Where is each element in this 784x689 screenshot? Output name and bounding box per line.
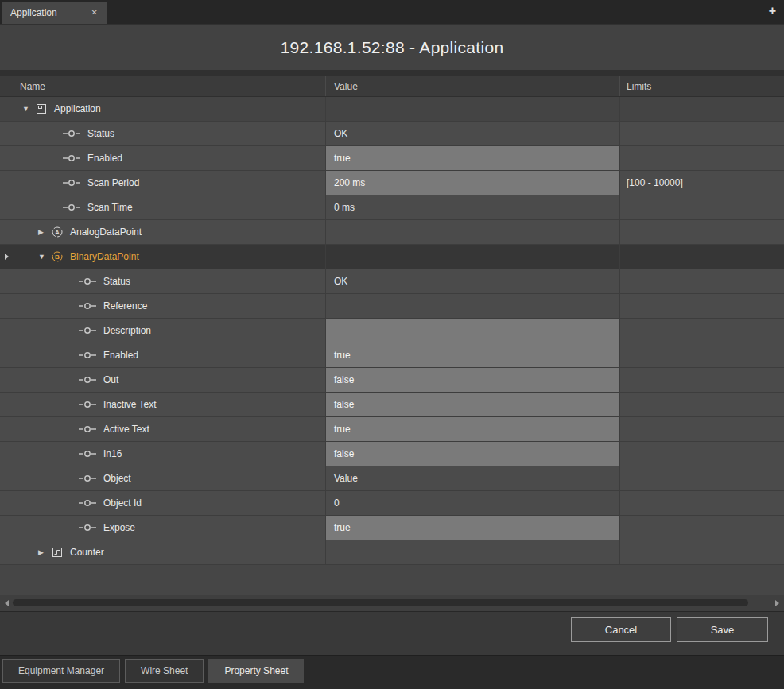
table-row[interactable]: ▶ A AnalogDataPoint bbox=[0, 220, 784, 245]
table-row[interactable]: Scan Period 200 ms [100 - 10000] bbox=[0, 171, 784, 195]
page-title: 192.168.1.52:88 - Application bbox=[281, 38, 504, 57]
row-value-cell[interactable]: true bbox=[326, 146, 620, 170]
row-value-cell[interactable] bbox=[326, 319, 620, 343]
add-tab-icon[interactable]: + bbox=[769, 5, 776, 17]
row-value-cell[interactable]: false bbox=[326, 393, 620, 416]
row-name-cell[interactable]: Object bbox=[14, 466, 326, 490]
table-row[interactable]: Out false bbox=[0, 368, 784, 393]
row-name-cell[interactable]: ▶ A AnalogDataPoint bbox=[14, 220, 326, 244]
row-name-cell[interactable]: Scan Time bbox=[14, 195, 326, 219]
table-row[interactable]: ▶ Counter bbox=[0, 540, 784, 565]
tab-application[interactable]: Application ✕ bbox=[2, 2, 107, 24]
table-row[interactable]: Status OK bbox=[0, 269, 784, 294]
row-name-cell[interactable]: Inactive Text bbox=[14, 393, 326, 416]
row-selector-gutter bbox=[0, 146, 14, 170]
application-icon bbox=[35, 103, 48, 115]
row-name-cell[interactable]: Enabled bbox=[14, 146, 326, 170]
table-row[interactable]: Inactive Text false bbox=[0, 393, 784, 417]
row-name-cell[interactable]: Reference bbox=[14, 294, 326, 318]
row-name-cell[interactable]: ▼ B BinaryDataPoint bbox=[14, 245, 326, 269]
row-value-cell[interactable]: OK bbox=[326, 269, 620, 293]
row-value-cell[interactable] bbox=[326, 540, 620, 564]
row-value-text: false bbox=[334, 448, 354, 459]
table-row[interactable]: Scan Time 0 ms bbox=[0, 195, 784, 220]
row-limits-cell bbox=[620, 146, 784, 170]
row-value-cell[interactable]: 200 ms bbox=[326, 171, 620, 195]
row-name-label: Object Id bbox=[103, 497, 142, 509]
table-row[interactable]: Enabled true bbox=[0, 343, 784, 368]
save-button[interactable]: Save bbox=[677, 617, 768, 642]
table-row[interactable]: Description bbox=[0, 319, 784, 343]
row-name-cell[interactable]: ▼ Application bbox=[14, 97, 326, 121]
row-value-cell[interactable]: Value bbox=[326, 466, 620, 490]
row-value-cell[interactable] bbox=[326, 220, 620, 244]
row-value-cell[interactable]: true bbox=[326, 343, 620, 367]
table-row[interactable]: ▼ B BinaryDataPoint bbox=[0, 245, 784, 269]
scroll-right-arrow-icon[interactable] bbox=[775, 600, 779, 606]
close-icon[interactable]: ✕ bbox=[91, 9, 98, 17]
horizontal-scrollbar[interactable] bbox=[0, 595, 784, 611]
row-value-cell[interactable]: true bbox=[326, 417, 620, 441]
row-selector-gutter bbox=[0, 245, 14, 269]
tab-property-sheet[interactable]: Property Sheet bbox=[208, 659, 304, 683]
header-gutter-cell bbox=[0, 76, 14, 96]
tab-wire-sheet[interactable]: Wire Sheet bbox=[125, 659, 204, 683]
expand-arrow-icon[interactable]: ▶ bbox=[38, 548, 51, 556]
table-row[interactable]: Object Value bbox=[0, 466, 784, 491]
row-name-cell[interactable]: Status bbox=[14, 269, 326, 293]
row-limits-cell bbox=[620, 368, 784, 392]
row-selector-gutter bbox=[0, 368, 14, 392]
table-row[interactable]: ▼ Application bbox=[0, 97, 784, 122]
row-name-cell[interactable]: Active Text bbox=[14, 417, 326, 441]
row-value-text: true bbox=[334, 424, 351, 435]
row-name-cell[interactable]: Status bbox=[14, 122, 326, 145]
table-row[interactable]: Object Id 0 bbox=[0, 491, 784, 516]
table-row[interactable]: Status OK bbox=[0, 122, 784, 146]
table-row[interactable]: Reference bbox=[0, 294, 784, 319]
property-pin-icon bbox=[62, 201, 81, 214]
row-value-cell[interactable] bbox=[326, 97, 620, 121]
expand-arrow-icon[interactable]: ▶ bbox=[38, 228, 51, 236]
analog-point-icon: A bbox=[51, 226, 64, 238]
row-name-cell[interactable]: Scan Period bbox=[14, 171, 326, 195]
row-name-cell[interactable]: Description bbox=[14, 319, 326, 343]
expand-arrow-icon[interactable]: ▼ bbox=[22, 105, 35, 113]
table-row[interactable]: Active Text true bbox=[0, 417, 784, 442]
row-value-cell[interactable]: 0 bbox=[326, 491, 620, 515]
row-limits-cell bbox=[620, 417, 784, 441]
row-value-cell[interactable] bbox=[326, 294, 620, 318]
grid-empty-area bbox=[0, 565, 784, 595]
row-name-cell[interactable]: In16 bbox=[14, 442, 326, 466]
row-name-cell[interactable]: Object Id bbox=[14, 491, 326, 515]
row-value-cell[interactable]: OK bbox=[326, 122, 620, 145]
row-name-label: In16 bbox=[103, 448, 122, 459]
row-selector-gutter bbox=[0, 466, 14, 490]
row-name-label: Active Text bbox=[103, 424, 149, 435]
row-limits-cell bbox=[620, 294, 784, 318]
row-name-cell[interactable]: Enabled bbox=[14, 343, 326, 367]
tab-equipment-manager[interactable]: Equipment Manager bbox=[2, 659, 120, 683]
table-row[interactable]: Enabled true bbox=[0, 146, 784, 171]
row-value-cell[interactable]: 0 ms bbox=[326, 195, 620, 219]
table-row[interactable]: Expose true bbox=[0, 516, 784, 540]
row-value-cell[interactable]: true bbox=[326, 516, 620, 540]
title-table-divider bbox=[0, 70, 784, 76]
row-value-cell[interactable]: false bbox=[326, 368, 620, 392]
scroll-left-arrow-icon[interactable] bbox=[5, 600, 9, 606]
row-name-label: Status bbox=[87, 128, 114, 139]
row-name-cell[interactable]: Expose bbox=[14, 516, 326, 540]
property-pin-icon bbox=[78, 423, 97, 435]
cancel-button[interactable]: Cancel bbox=[571, 617, 671, 642]
row-value-cell[interactable]: false bbox=[326, 442, 620, 466]
row-name-cell[interactable]: Out bbox=[14, 368, 326, 392]
expand-arrow-icon[interactable]: ▼ bbox=[38, 253, 51, 261]
bottom-tab-bar: Equipment Manager Wire Sheet Property Sh… bbox=[0, 655, 784, 689]
row-limits-cell bbox=[620, 319, 784, 343]
row-selector-gutter bbox=[0, 122, 14, 145]
property-pin-icon bbox=[78, 300, 97, 312]
row-name-label: Scan Period bbox=[87, 177, 139, 188]
row-value-cell[interactable] bbox=[326, 245, 620, 269]
table-row[interactable]: In16 false bbox=[0, 442, 784, 466]
hscrollbar-thumb[interactable] bbox=[13, 599, 748, 606]
row-name-cell[interactable]: ▶ Counter bbox=[14, 540, 326, 564]
